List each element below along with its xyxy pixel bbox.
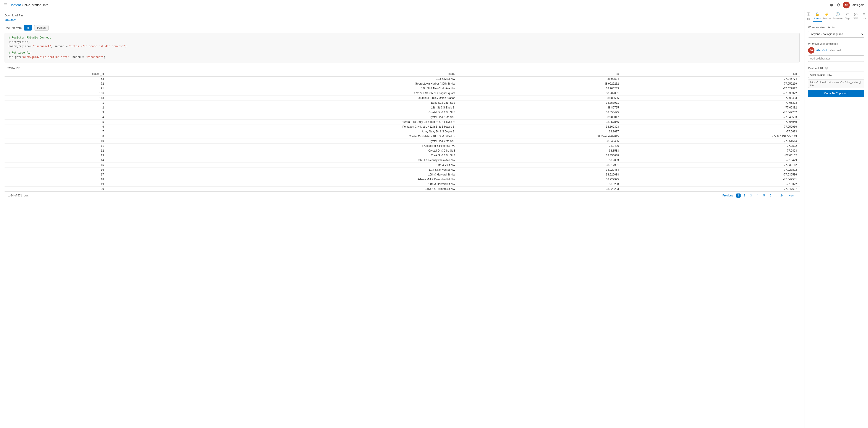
cell-lon: -77.042581 [622, 177, 800, 182]
cell-lat: 38.89696 [458, 95, 622, 100]
cell-lat: 38.9268 [458, 182, 622, 186]
cell-lat: 38.922925 [458, 177, 622, 182]
cell-station_id: 6 [5, 124, 107, 129]
user-name: alex.gold [852, 3, 864, 7]
cell-name: 19th St & Pennsylvania Ave NW [107, 158, 458, 162]
cell-name: 14th & Harvard St NW [107, 182, 458, 186]
preview-label: Preview Pin [5, 66, 800, 69]
page-2-button[interactable]: 2 [742, 193, 747, 197]
custom-url-info-icon[interactable]: ⓘ [825, 66, 828, 70]
cell-lon: -77.029822 [622, 86, 800, 91]
cell-lat: 38.862303 [458, 124, 622, 129]
view-select[interactable]: Anyone - no login required Logged in use… [808, 31, 864, 38]
cell-name: Crystal Dr & 15th St S [107, 115, 458, 119]
cell-station_id: 7 [5, 129, 107, 134]
page-3-button[interactable]: 3 [748, 193, 753, 197]
add-collaborator-input[interactable] [808, 55, 864, 62]
cell-name: S Glebe Rd & Potomac Ave [107, 143, 458, 148]
copy-to-clipboard-button[interactable]: Copy To Clipboard [808, 90, 864, 97]
cell-station_id: 10 [5, 139, 107, 143]
cell-name: Pentagon City Metro / 12th St & S Hayes … [107, 124, 458, 129]
table-row: 5Aurora Hills Cmty Ctr / 18th St & S Hay… [5, 119, 800, 124]
help-icon[interactable]: ☻ [829, 2, 834, 7]
tab-r[interactable]: R [24, 25, 32, 31]
table-row: 8Crystal City Metro / 18th St & S Bell S… [5, 134, 800, 139]
table-row: 6Pentagon City Metro / 12th St & S Hayes… [5, 124, 800, 129]
page-24-button[interactable]: 24 [779, 193, 785, 197]
table-row: 10Crystal Dr & 27th St S38.848466-77.051… [5, 139, 800, 143]
cell-station_id: 19 [5, 182, 107, 186]
cell-lat: 38.86017 [458, 115, 622, 119]
page-5-button[interactable]: 5 [762, 193, 767, 197]
code-block: # Register RStudio Connect library(pins)… [5, 33, 800, 62]
table-row: 1Eads St & 15th St S38.858971-77.05323 [5, 100, 800, 105]
collaborator-name: Alex Gold [816, 49, 828, 52]
tab-vars[interactable]: {x} Vars [851, 10, 860, 22]
cell-name: Aurora Hills Cmty Ctr / 18th St & S Haye… [107, 119, 458, 124]
tab-runtime[interactable]: ⚡ Runtime [822, 10, 832, 22]
cell-lat: 38.848466 [458, 139, 622, 143]
cell-station_id: 12 [5, 148, 107, 153]
cell-lon: -77.059936 [622, 124, 800, 129]
menu-icon[interactable]: ☰ [4, 3, 7, 7]
table-row: 1514th & V St NW38.917931-77.032112 [5, 162, 800, 167]
code-comment2: # Retrieve Pin [8, 51, 31, 55]
table-row: 12Crystal Dr & 23rd St S38.8533-77.0498 [5, 148, 800, 153]
cell-lat: 38.8533 [458, 148, 622, 153]
table-row: 218th St & S Eads St38.85725-77.05332 [5, 105, 800, 110]
download-pin-label: Download Pin [5, 14, 800, 17]
cell-station_id: 17 [5, 172, 107, 177]
cell-lat: 38.856425 [458, 110, 622, 115]
page-1-button[interactable]: 1 [736, 193, 741, 197]
cell-station_id: 13 [5, 153, 107, 158]
tab-tags[interactable]: 🏷 Tags [843, 10, 851, 22]
cell-station_id: 2 [5, 105, 107, 110]
collaborator-user: alex.gold [830, 49, 841, 52]
table-row: 18Adams Mill & Columbia Rd NW38.922925-7… [5, 177, 800, 182]
table-row: 20Calvert & Biltmore St NW38.923203-77.0… [5, 186, 800, 191]
cell-station_id: 91 [5, 86, 107, 91]
prev-button[interactable]: Previous [720, 193, 735, 197]
cell-name: Adams Mill & Columbia Rd NW [107, 177, 458, 182]
sidebar-tabs: ⓘ Info 🔒 Access ⚡ Runtime 🕐 Schedule 🏷 T… [804, 10, 868, 22]
use-pin-label: Use Pin from [5, 26, 22, 30]
breadcrumb-root[interactable]: Content [9, 3, 21, 7]
avatar[interactable]: AG [843, 2, 850, 8]
code-comment1: # Register RStudio Connect [8, 36, 51, 39]
cell-lon: -77.038322 [622, 91, 800, 95]
cell-lon: -77.0498 [622, 148, 800, 153]
custom-url-label: Custom URL [808, 67, 824, 70]
cell-lon: -77.0429 [622, 158, 800, 162]
cell-lon: -77.05949 [622, 119, 800, 124]
next-button[interactable]: Next [786, 193, 796, 197]
runtime-icon: ⚡ [825, 12, 829, 17]
page-6-button[interactable]: 6 [768, 193, 773, 197]
cell-lon: -77.05332 [622, 105, 800, 110]
cell-lon: -77.0322 [622, 182, 800, 186]
cell-station_id: 15 [5, 162, 107, 167]
tab-access[interactable]: 🔒 Access [813, 10, 822, 22]
who-change-section: Who can change this pin AG Alex Gold ale… [808, 42, 864, 62]
table-row: 3Crystal Dr & 20th St S38.856425-77.0492… [5, 110, 800, 115]
breadcrumb: Content / bike_station_info [9, 3, 48, 7]
custom-url-input[interactable] [808, 71, 864, 78]
tab-schedule[interactable]: 🕐 Schedule [832, 10, 843, 22]
cell-lon: -77.0633 [622, 129, 800, 134]
cell-station_id: 20 [5, 186, 107, 191]
use-pin-row: Use Pin from R Python [5, 25, 800, 31]
page-4-button[interactable]: 4 [755, 193, 760, 197]
cell-name: Army Navy Dr & S Joyce St [107, 129, 458, 134]
vars-icon: {x} [854, 12, 857, 16]
table-row: 1914th & Harvard St NW38.9268-77.0322 [5, 182, 800, 186]
download-link[interactable]: data.csv [5, 18, 16, 22]
cell-lat: 38.857404962615 [458, 134, 622, 139]
settings-icon[interactable]: ⚙ [837, 2, 840, 7]
cell-lon: -77.0511317253113 [622, 134, 800, 139]
tab-python[interactable]: Python [34, 25, 49, 31]
tab-info[interactable]: ⓘ Info [804, 10, 813, 22]
cell-station_id: 53 [5, 77, 107, 81]
tab-logs[interactable]: ≡ Logs [860, 10, 868, 22]
table-row: 113Columbus Circle / Union Station38.896… [5, 95, 800, 100]
cell-station_id: 8 [5, 134, 107, 139]
collaborator-avatar: AG [808, 47, 814, 54]
